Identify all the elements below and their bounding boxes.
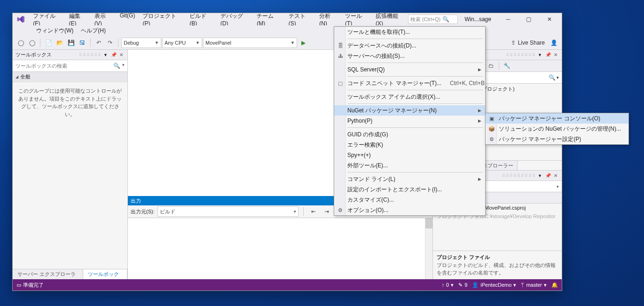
redo-button[interactable]: ↷ [105, 38, 115, 48]
output-body[interactable] [128, 218, 432, 279]
pane-close-icon[interactable]: ✕ [552, 52, 559, 57]
status-ready: ▭準備完了 [16, 282, 44, 289]
tools-menu-item[interactable]: 設定のインポートとエクスポート(I)... [334, 184, 485, 195]
pane-close-icon[interactable]: ✕ [118, 52, 125, 57]
status-icon: ▭ [16, 282, 21, 288]
menu-item-icon: ⚙ [488, 136, 495, 142]
live-share-icon: ⇪ [511, 39, 516, 46]
tools-menu-item[interactable]: コマンド ライン(L)▶ [334, 174, 485, 184]
clear-icon[interactable]: ▾ [122, 63, 125, 69]
pane-close-icon[interactable]: ✕ [552, 173, 559, 178]
output-source-combo[interactable]: ビルド▾ [157, 206, 298, 217]
tools-menu-item[interactable]: エラー検索(K) [334, 140, 485, 150]
menu-item-label: 外部ツール(E)... [347, 162, 481, 170]
startup-combo[interactable]: MovePanel▼ [203, 38, 297, 48]
menu-item-label: パッケージ マネージャー コンソール(O) [499, 115, 625, 123]
open-button[interactable]: 📂 [55, 38, 65, 48]
menu-item-label: ツールボックス アイテムの選択(X)... [347, 93, 481, 101]
submenu-arrow-icon: ▶ [478, 118, 481, 123]
save-all-button[interactable]: 🖫 [77, 38, 87, 48]
titlebar: ファイル(F) 編集(E) 表示(V) Git(G) プロジェクト(P) ビルド… [13, 13, 562, 25]
menu-item-shortcut: Ctrl+K, Ctrl+B [450, 80, 485, 86]
title-search[interactable]: 検索 (Ctrl+Q) 🔍 [408, 15, 458, 24]
pin-icon[interactable]: 📌 [110, 52, 117, 57]
menu-item-label: Python(P) [347, 118, 478, 124]
props-dropdown-icon[interactable]: ▼ [538, 173, 542, 178]
properties-description: プロジェクト ファイル プロジェクトのビルド、構成、およびその他の情報を含むファ… [433, 251, 562, 279]
menu-item-label: データベースへの接続(D)... [347, 42, 481, 50]
output-scrollbar[interactable] [425, 218, 432, 279]
undo-button[interactable]: ↶ [94, 38, 104, 48]
config-combo[interactable]: Debug▼ [121, 38, 161, 48]
tools-menu-item[interactable]: ツールと機能を取得(T)... [334, 27, 485, 37]
tools-menu-item[interactable]: ⚙オプション(O)... [334, 205, 485, 215]
tools-menu-item[interactable]: GUID の作成(G) [334, 129, 485, 140]
se-dropdown-icon[interactable]: ▼ [538, 53, 542, 57]
output-find-button[interactable]: ⇤ [308, 206, 319, 217]
nuget-menu-item[interactable]: ⚙パッケージ マネージャー設定(P) [486, 134, 628, 144]
toolbox-search[interactable]: 🔍▾ [13, 60, 127, 72]
menu-item-label: コード スニペット マネージャー(T)... [347, 79, 441, 87]
tools-menu-item[interactable]: Spy++(+) [334, 150, 485, 160]
menu-item-label: オプション(O)... [347, 206, 481, 214]
tools-menu-item[interactable]: 🗄データベースへの接続(D)... [334, 40, 485, 51]
nuget-menu-item[interactable]: ▣パッケージ マネージャー コンソール(O) [486, 113, 628, 124]
status-notifications-icon[interactable]: 🔔 [551, 282, 558, 288]
tools-menu-item[interactable]: SQL Server(Q)▶ [334, 64, 485, 75]
pin-icon[interactable]: 📌 [545, 173, 551, 178]
status-user[interactable]: 👤 iPentecDemo ▾ [472, 282, 516, 288]
search-icon[interactable]: 🔍 [549, 74, 556, 81]
tools-menu-item[interactable]: NuGet パッケージ マネージャー(N)▶ [334, 105, 485, 116]
menu-item-label: ソリューションの NuGet パッケージの管理(N)... [499, 125, 625, 133]
output-prev-button[interactable]: ⇥ [322, 206, 332, 217]
feedback-button[interactable]: 👤 [549, 38, 559, 48]
minimize-button[interactable]: ─ [498, 13, 518, 25]
tab-server-explorer[interactable]: サーバー エクスプローラー [13, 269, 83, 279]
menu-help[interactable]: ヘルプ(H) [77, 26, 110, 36]
menu-window[interactable]: ウィンドウ(W) [32, 26, 77, 36]
output-source-label: 出力元(S): [131, 208, 155, 215]
search-icon[interactable]: 🔍 [113, 63, 120, 69]
nuget-submenu-popup: ▣パッケージ マネージャー コンソール(O)📦ソリューションの NuGet パッ… [485, 113, 629, 145]
toolbox-dropdown-icon[interactable]: ▼ [103, 53, 108, 57]
menu-item-icon: ▣ [488, 116, 495, 122]
tools-menu-item[interactable]: 外部ツール(E)... [334, 160, 485, 171]
status-pending-edits[interactable]: ✎ 9 [458, 282, 467, 288]
search-icon: 🔍 [442, 16, 449, 23]
menu-item-icon: 🖧 [337, 53, 344, 59]
tab-toolbox[interactable]: ツールボックス [83, 269, 127, 279]
tools-menu-item[interactable]: ツールボックス アイテムの選択(X)... [334, 92, 485, 102]
menu-item-label: NuGet パッケージ マネージャー(N) [347, 107, 478, 115]
menu-item-label: 設定のインポートとエクスポート(I)... [347, 186, 481, 194]
menu-item-label: サーバーへの接続(S)... [347, 52, 481, 60]
menu-item-icon: 🗄 [337, 43, 344, 48]
status-changes-up[interactable]: ↑ 0 ▾ [442, 282, 454, 288]
nav-back-button[interactable]: ◯ [16, 38, 26, 48]
menu-item-label: エラー検索(K) [347, 141, 481, 149]
se-properties-icon[interactable]: 🔧 [502, 61, 511, 71]
pin-icon[interactable]: 📌 [545, 52, 551, 57]
tools-menu-item[interactable]: ▢コード スニペット マネージャー(T)...Ctrl+K, Ctrl+B [334, 78, 485, 88]
visual-studio-window: ファイル(F) 編集(E) 表示(V) Git(G) プロジェクト(P) ビルド… [12, 13, 562, 291]
toolbox-search-input[interactable] [16, 63, 113, 69]
save-button[interactable]: 💾 [66, 38, 76, 48]
live-share-button[interactable]: ⇪Live Share [508, 38, 548, 48]
status-branch[interactable]: ᛘ master ▾ [521, 282, 547, 288]
menu-item-icon: 📦 [488, 126, 495, 132]
new-project-button[interactable]: 📄 [43, 38, 54, 48]
start-button[interactable]: ▶ [298, 38, 308, 48]
menu-item-label: SQL Server(Q) [347, 66, 478, 73]
nav-forward-button[interactable]: ◯ [27, 38, 37, 48]
collapse-icon: ◢ [16, 75, 18, 79]
tools-menu-item[interactable]: カスタマイズ(C)... [334, 195, 485, 205]
tools-menu-popup: ツールと機能を取得(T)...🗄データベースへの接続(D)...🖧サーバーへの接… [334, 26, 486, 216]
se-showall-icon[interactable]: 🗀 [487, 61, 496, 71]
platform-combo[interactable]: Any CPU▼ [162, 38, 202, 48]
close-button[interactable]: ✕ [539, 13, 560, 25]
maximize-button[interactable]: ▢ [518, 13, 539, 25]
submenu-arrow-icon: ▶ [478, 67, 481, 72]
tools-menu-item[interactable]: Python(P)▶ [334, 116, 485, 126]
toolbox-category-general[interactable]: ◢全般 [13, 72, 127, 82]
tools-menu-item[interactable]: 🖧サーバーへの接続(S)... [334, 51, 485, 61]
nuget-menu-item[interactable]: 📦ソリューションの NuGet パッケージの管理(N)... [486, 124, 628, 134]
